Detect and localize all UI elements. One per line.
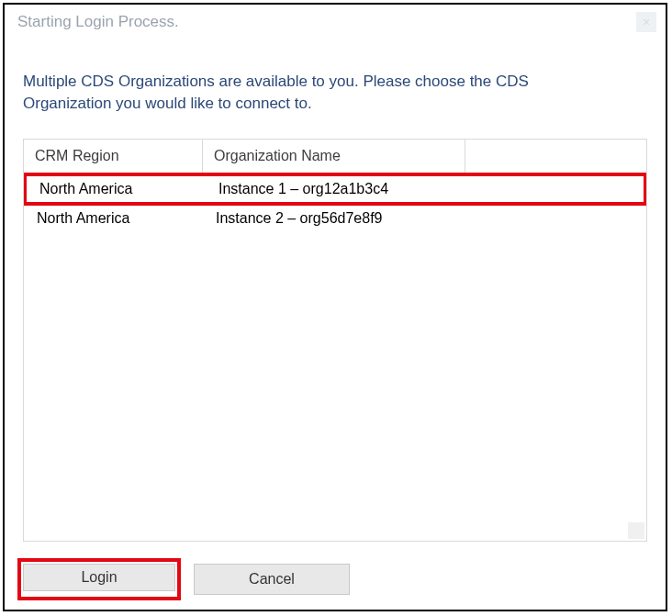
login-highlight: Login bbox=[17, 558, 181, 600]
cell-region: North America bbox=[24, 206, 203, 231]
close-icon: × bbox=[643, 15, 650, 29]
table-row[interactable]: North America Instance 1 – org12a1b3c4 bbox=[23, 173, 647, 206]
button-bar: Login Cancel bbox=[5, 553, 666, 610]
titlebar: Starting Login Process. × bbox=[5, 5, 666, 39]
table-body: North America Instance 1 – org12a1b3c4 N… bbox=[24, 173, 646, 231]
scrollbar-corner bbox=[628, 522, 644, 539]
header-org[interactable]: Organization Name bbox=[203, 140, 465, 173]
cell-region: North America bbox=[27, 176, 206, 202]
window-title: Starting Login Process. bbox=[17, 13, 179, 31]
cancel-button[interactable]: Cancel bbox=[194, 564, 350, 595]
login-dialog: Starting Login Process. × Multiple CDS O… bbox=[3, 3, 667, 611]
table-row[interactable]: North America Instance 2 – org56d7e8f9 bbox=[24, 206, 646, 231]
cell-org: Instance 1 – org12a1b3c4 bbox=[206, 176, 644, 202]
content-area: Multiple CDS Organizations are available… bbox=[5, 39, 666, 553]
org-table: CRM Region Organization Name North Ameri… bbox=[23, 139, 647, 542]
header-blank bbox=[465, 140, 646, 173]
cell-org: Instance 2 – org56d7e8f9 bbox=[203, 206, 646, 231]
table-header: CRM Region Organization Name bbox=[24, 140, 646, 174]
login-button[interactable]: Login bbox=[23, 564, 175, 591]
instruction-text: Multiple CDS Organizations are available… bbox=[23, 71, 647, 115]
close-button[interactable]: × bbox=[636, 12, 656, 32]
header-region[interactable]: CRM Region bbox=[24, 140, 203, 173]
